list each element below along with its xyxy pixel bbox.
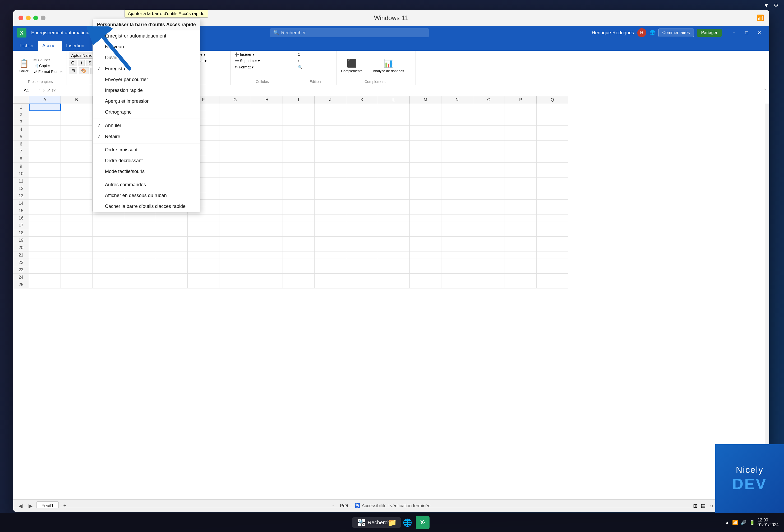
cell-H16[interactable]	[251, 214, 283, 222]
cell-E18[interactable]	[156, 229, 188, 237]
cell-O2[interactable]	[473, 111, 505, 118]
dropdown-item-apercu[interactable]: Aperçu et impression	[93, 96, 200, 107]
cell-J9[interactable]	[314, 163, 346, 170]
cell-H1[interactable]	[251, 104, 283, 111]
cell-N17[interactable]	[442, 222, 473, 229]
cell-C7[interactable]	[537, 148, 568, 155]
cell-P11[interactable]	[505, 178, 537, 185]
cell-G8[interactable]	[219, 155, 251, 163]
cell-K24[interactable]	[346, 274, 378, 281]
cell-P8[interactable]	[505, 155, 537, 163]
cell-I17[interactable]	[283, 222, 314, 229]
row-header-22[interactable]: 22	[13, 259, 29, 266]
cell-I12[interactable]	[283, 185, 314, 192]
cell-C11[interactable]	[537, 178, 568, 185]
cell-M12[interactable]	[410, 185, 442, 192]
cell-H15[interactable]	[251, 207, 283, 214]
cell-N15[interactable]	[442, 207, 473, 214]
cell-L20[interactable]	[378, 244, 410, 252]
cell-A4[interactable]	[29, 126, 61, 133]
dropdown-item-mode-tactile[interactable]: Mode tactile/souris	[93, 166, 200, 177]
cell-N16[interactable]	[442, 214, 473, 222]
cell-O24[interactable]	[473, 274, 505, 281]
cell-N25[interactable]	[442, 281, 473, 289]
cell-C6[interactable]	[537, 141, 568, 148]
cell-P17[interactable]	[505, 222, 537, 229]
cell-M13[interactable]	[410, 192, 442, 200]
cell-N5[interactable]	[442, 133, 473, 141]
cell-H4[interactable]	[251, 126, 283, 133]
cell-P22[interactable]	[505, 259, 537, 266]
cell-C21[interactable]	[92, 252, 124, 259]
cell-I25[interactable]	[283, 281, 314, 289]
cell-G24[interactable]	[219, 274, 251, 281]
cell-P21[interactable]	[505, 252, 537, 259]
cell-I23[interactable]	[283, 266, 314, 274]
dropdown-item-ordre-croissant[interactable]: Ordre croissant	[93, 145, 200, 155]
cell-G1[interactable]	[219, 104, 251, 111]
cell-J19[interactable]	[314, 237, 346, 244]
cell-D16[interactable]	[124, 214, 156, 222]
cell-I13[interactable]	[283, 192, 314, 200]
row-header-6[interactable]: 6	[13, 141, 29, 148]
cell-B15[interactable]	[61, 207, 92, 214]
cell-A20[interactable]	[29, 244, 61, 252]
cell-G13[interactable]	[219, 192, 251, 200]
row-header-20[interactable]: 20	[13, 244, 29, 252]
cell-K9[interactable]	[346, 163, 378, 170]
cell-H13[interactable]	[251, 192, 283, 200]
cell-C22[interactable]	[92, 259, 124, 266]
cell-K12[interactable]	[346, 185, 378, 192]
cell-B24[interactable]	[61, 274, 92, 281]
cell-G20[interactable]	[219, 244, 251, 252]
cell-H17[interactable]	[251, 222, 283, 229]
inserer-button[interactable]: ➕ Insérer ▾	[233, 52, 256, 57]
taskbar-search-icon[interactable]: 🔍 Rechercher	[370, 515, 384, 529]
cell-G9[interactable]	[219, 163, 251, 170]
cell-E24[interactable]	[156, 274, 188, 281]
cell-O11[interactable]	[473, 178, 505, 185]
cell-M21[interactable]	[410, 252, 442, 259]
col-header-a[interactable]: A	[29, 96, 61, 104]
cell-O15[interactable]	[473, 207, 505, 214]
cell-E17[interactable]	[156, 222, 188, 229]
cell-N6[interactable]	[442, 141, 473, 148]
row-header-11[interactable]: 11	[13, 178, 29, 185]
cell-O25[interactable]	[473, 281, 505, 289]
col-header-o[interactable]: O	[473, 96, 505, 104]
cell-A7[interactable]	[29, 148, 61, 155]
cell-G25[interactable]	[219, 281, 251, 289]
cell-M18[interactable]	[410, 229, 442, 237]
cell-C19[interactable]	[537, 237, 568, 244]
cell-G14[interactable]	[219, 200, 251, 207]
cell-J4[interactable]	[314, 126, 346, 133]
tray-wifi-icon[interactable]: 📶	[732, 520, 738, 525]
cell-O17[interactable]	[473, 222, 505, 229]
cell-L22[interactable]	[378, 259, 410, 266]
cell-J21[interactable]	[314, 252, 346, 259]
analyse-btn[interactable]: 📊 Analyse de données	[370, 58, 407, 74]
cell-O19[interactable]	[473, 237, 505, 244]
cell-C5[interactable]	[537, 133, 568, 141]
taskbar-folder-icon[interactable]: 📁	[385, 515, 399, 529]
cell-H19[interactable]	[251, 237, 283, 244]
cell-A18[interactable]	[29, 229, 61, 237]
cell-L15[interactable]	[378, 207, 410, 214]
cell-B17[interactable]	[61, 222, 92, 229]
row-header-19[interactable]: 19	[13, 237, 29, 244]
cell-A17[interactable]	[29, 222, 61, 229]
cell-C12[interactable]	[537, 185, 568, 192]
cell-N12[interactable]	[442, 185, 473, 192]
row-header-10[interactable]: 10	[13, 170, 29, 178]
row-header-12[interactable]: 12	[13, 185, 29, 192]
cell-O22[interactable]	[473, 259, 505, 266]
vertical-scrollbar[interactable]	[765, 104, 769, 499]
cell-C16[interactable]	[537, 214, 568, 222]
cell-F20[interactable]	[188, 244, 219, 252]
cell-A25[interactable]	[29, 281, 61, 289]
cell-N13[interactable]	[442, 192, 473, 200]
cell-P15[interactable]	[505, 207, 537, 214]
cell-M15[interactable]	[410, 207, 442, 214]
cell-L18[interactable]	[378, 229, 410, 237]
cell-A5[interactable]	[29, 133, 61, 141]
